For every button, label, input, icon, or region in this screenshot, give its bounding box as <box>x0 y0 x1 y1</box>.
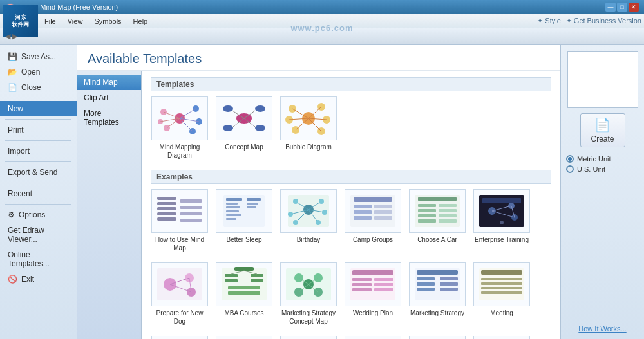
how-it-works-link[interactable]: How It Works... <box>578 325 626 333</box>
us-radio[interactable] <box>566 165 574 173</box>
get-business-link[interactable]: ✦ Get Business Version <box>566 17 641 25</box>
template-thumb-desktop-theme <box>280 336 337 339</box>
svg-rect-79 <box>418 209 436 212</box>
template-enterprise-training[interactable]: Enterprise Training <box>473 189 531 252</box>
template-thumb-enterprise-training <box>473 189 530 233</box>
template-simple[interactable]: Simple Template <box>473 336 531 339</box>
nav-more-templates[interactable]: More Templates <box>77 105 141 130</box>
svg-rect-143 <box>481 291 522 294</box>
sidebar-item-save-as[interactable]: 💾 Save As... <box>0 49 77 64</box>
center-content: Available Templates Mind Map Clip Art Mo… <box>77 45 560 339</box>
open-icon: 📂 <box>8 68 17 77</box>
sidebar-item-get-edraw[interactable]: Get Edraw Viewer... <box>0 223 77 247</box>
template-camp-groups[interactable]: Camp Groups <box>344 189 402 252</box>
sidebar-item-new[interactable]: New <box>0 101 77 116</box>
template-thumb-risk-factors <box>345 336 401 339</box>
template-concept-map[interactable]: Concept Map <box>215 96 273 160</box>
template-marketing-strategy[interactable]: Marketing Strategy <box>408 262 466 325</box>
template-meeting[interactable]: Meeting <box>473 262 531 325</box>
sidebar-item-online[interactable]: Online Templates... <box>0 247 77 271</box>
sidebar-item-print[interactable]: Print <box>0 122 77 138</box>
template-risk-factors[interactable]: Risk Factors <box>344 336 402 339</box>
svg-rect-103 <box>234 267 254 271</box>
svg-rect-72 <box>354 216 372 220</box>
nav-mind-map[interactable]: Mind Map <box>77 75 141 90</box>
svg-rect-140 <box>481 278 522 280</box>
create-button[interactable]: 📄 Create <box>580 113 625 147</box>
svg-rect-133 <box>417 282 435 286</box>
svg-rect-85 <box>439 219 457 223</box>
template-thumb-mind-mapping <box>151 96 208 140</box>
menu-help[interactable]: Help <box>128 16 153 26</box>
menu-file[interactable]: File <box>39 16 61 26</box>
template-thumb-how-to <box>151 189 208 233</box>
template-mba[interactable]: MBA Courses <box>215 262 273 325</box>
svg-rect-39 <box>157 217 176 221</box>
svg-rect-134 <box>417 288 435 291</box>
template-label-marketing-strategy: Marketing Strategy <box>410 309 464 317</box>
divider-4 <box>5 161 71 162</box>
template-thumb-choose-car <box>409 189 466 233</box>
template-thumb-new-dog <box>151 262 208 306</box>
svg-rect-52 <box>247 203 258 205</box>
svg-rect-42 <box>180 212 202 215</box>
menu-symbols[interactable]: Symbols <box>89 16 126 26</box>
template-mind-mapping[interactable]: Mind Mapping Diagram <box>151 96 209 160</box>
template-label-choose-car: Choose A Car <box>417 235 457 244</box>
template-business-outline[interactable]: Business Outline <box>151 336 209 339</box>
svg-rect-125 <box>352 283 372 286</box>
svg-rect-129 <box>374 288 393 291</box>
template-marketing-strategy-concept[interactable]: Marketing Strategy Concept Map <box>279 262 337 325</box>
template-wedding-plan[interactable]: Wedding Plan <box>344 262 402 325</box>
divider-3 <box>5 140 71 141</box>
svg-rect-135 <box>440 277 458 280</box>
svg-rect-104 <box>225 274 238 277</box>
nav-clip-art[interactable]: Clip Art <box>77 90 141 105</box>
template-choose-car[interactable]: Choose A Car <box>408 189 466 252</box>
metric-radio[interactable] <box>566 155 574 163</box>
svg-point-62 <box>293 199 298 204</box>
template-bubble-diagram[interactable]: Bubble Diagram <box>279 96 337 160</box>
template-birthday[interactable]: Birthday <box>279 189 337 252</box>
template-new-dog[interactable]: Prepare for New Dog <box>151 262 209 325</box>
template-label-wedding: Wedding Plan <box>353 309 393 317</box>
metric-unit-option[interactable]: Metric Unit <box>566 155 639 163</box>
template-thumb-marketing-strategy <box>409 262 466 306</box>
svg-rect-37 <box>157 207 176 210</box>
svg-point-14 <box>223 105 233 112</box>
template-label-mind-mapping: Mind Mapping Diagram <box>151 143 209 160</box>
us-unit-option[interactable]: U.S. Unit <box>566 165 639 173</box>
svg-point-64 <box>322 210 327 215</box>
sidebar-item-export[interactable]: Export & Send <box>0 165 77 180</box>
template-thumb-camp-groups <box>345 189 401 233</box>
svg-rect-49 <box>226 214 242 216</box>
template-desktop-theme[interactable]: Desktop Theme <box>279 336 337 339</box>
menu-view[interactable]: View <box>62 16 88 26</box>
template-how-to[interactable]: How to Use Mind Map <box>151 189 209 252</box>
sidebar-item-import[interactable]: Import <box>0 143 77 159</box>
close-button[interactable]: ✕ <box>629 3 639 12</box>
sidebar-item-close[interactable]: 📄 Close <box>0 80 77 95</box>
create-icon: 📄 <box>594 117 611 133</box>
sidebar-item-open[interactable]: 📂 Open <box>0 64 77 80</box>
svg-rect-132 <box>417 277 435 280</box>
svg-rect-38 <box>157 212 176 215</box>
template-gift-idea[interactable]: Gift Idea <box>408 336 466 339</box>
right-panel: 📄 Create Metric Unit U.S. Unit How It Wo… <box>560 45 644 339</box>
templates-scroll[interactable]: Templates <box>142 71 560 339</box>
sidebar-item-exit[interactable]: 🚫 Exit <box>0 271 77 287</box>
svg-rect-141 <box>481 282 522 285</box>
svg-rect-106 <box>251 274 263 277</box>
svg-rect-131 <box>417 270 458 275</box>
minimize-button[interactable]: — <box>605 3 616 12</box>
svg-point-67 <box>288 212 293 217</box>
template-thumb-simple <box>473 336 530 339</box>
template-timeline[interactable]: Mind Map Timeline <box>215 336 273 339</box>
svg-rect-35 <box>157 197 176 200</box>
sidebar-item-recent[interactable]: Recent <box>0 186 77 201</box>
sidebar-item-options[interactable]: ⚙ Options <box>0 207 77 223</box>
style-link[interactable]: ✦ Style <box>537 17 561 25</box>
template-thumb-gift-idea <box>409 336 466 339</box>
template-better-sleep[interactable]: Better Sleep <box>215 189 273 252</box>
maximize-button[interactable]: □ <box>617 3 627 12</box>
